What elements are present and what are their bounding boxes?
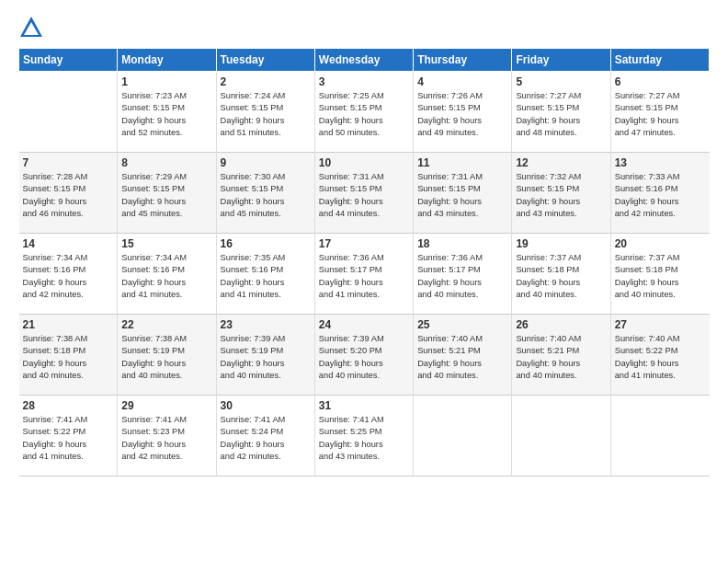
week-row-2: 7Sunrise: 7:28 AMSunset: 5:15 PMDaylight… (19, 153, 710, 234)
calendar-table: SundayMondayTuesdayWednesdayThursdayFrid… (18, 48, 710, 477)
day-cell: 17Sunrise: 7:36 AMSunset: 5:17 PMDayligh… (314, 234, 413, 315)
page-container: SundayMondayTuesdayWednesdayThursdayFrid… (0, 0, 728, 486)
day-number: 1 (121, 75, 211, 88)
day-info: Sunrise: 7:37 AMSunset: 5:18 PMDaylight:… (516, 252, 606, 302)
header-day-wednesday: Wednesday (314, 49, 413, 72)
day-info: Sunrise: 7:39 AMSunset: 5:20 PMDaylight:… (319, 333, 409, 383)
day-number: 21 (23, 318, 114, 331)
day-info: Sunrise: 7:31 AMSunset: 5:15 PMDaylight:… (319, 171, 409, 221)
logo (18, 15, 48, 40)
day-number: 17 (319, 237, 409, 250)
day-info: Sunrise: 7:29 AMSunset: 5:15 PMDaylight:… (121, 171, 211, 221)
day-cell: 9Sunrise: 7:30 AMSunset: 5:15 PMDaylight… (216, 153, 314, 234)
day-info: Sunrise: 7:31 AMSunset: 5:15 PMDaylight:… (417, 171, 507, 221)
day-number: 13 (615, 156, 706, 169)
day-cell: 8Sunrise: 7:29 AMSunset: 5:15 PMDaylight… (118, 153, 216, 234)
day-number: 16 (221, 237, 311, 250)
day-info: Sunrise: 7:39 AMSunset: 5:19 PMDaylight:… (221, 333, 311, 383)
day-cell: 12Sunrise: 7:32 AMSunset: 5:15 PMDayligh… (512, 153, 610, 234)
day-cell: 14Sunrise: 7:34 AMSunset: 5:16 PMDayligh… (19, 234, 118, 315)
day-info: Sunrise: 7:23 AMSunset: 5:15 PMDaylight:… (121, 90, 211, 140)
day-info: Sunrise: 7:33 AMSunset: 5:16 PMDaylight:… (615, 171, 706, 221)
day-number: 28 (23, 399, 114, 412)
day-cell (610, 396, 709, 477)
day-number: 12 (516, 156, 606, 169)
day-cell: 2Sunrise: 7:24 AMSunset: 5:15 PMDaylight… (216, 72, 314, 153)
day-cell: 24Sunrise: 7:39 AMSunset: 5:20 PMDayligh… (314, 315, 413, 396)
day-cell: 16Sunrise: 7:35 AMSunset: 5:16 PMDayligh… (216, 234, 314, 315)
day-info: Sunrise: 7:32 AMSunset: 5:15 PMDaylight:… (516, 171, 606, 221)
week-row-4: 21Sunrise: 7:38 AMSunset: 5:18 PMDayligh… (19, 315, 710, 396)
day-cell: 15Sunrise: 7:34 AMSunset: 5:16 PMDayligh… (118, 234, 216, 315)
day-cell: 3Sunrise: 7:25 AMSunset: 5:15 PMDaylight… (314, 72, 413, 153)
day-number: 25 (417, 318, 507, 331)
header-day-thursday: Thursday (414, 49, 512, 72)
day-cell: 29Sunrise: 7:41 AMSunset: 5:23 PMDayligh… (118, 396, 216, 477)
day-number: 18 (417, 237, 507, 250)
day-number: 2 (221, 75, 311, 88)
day-cell: 1Sunrise: 7:23 AMSunset: 5:15 PMDaylight… (118, 72, 216, 153)
day-cell: 19Sunrise: 7:37 AMSunset: 5:18 PMDayligh… (512, 234, 610, 315)
day-number: 15 (121, 237, 211, 250)
day-number: 5 (516, 75, 606, 88)
day-number: 30 (221, 399, 311, 412)
day-cell: 7Sunrise: 7:28 AMSunset: 5:15 PMDaylight… (19, 153, 118, 234)
day-info: Sunrise: 7:41 AMSunset: 5:22 PMDaylight:… (23, 414, 114, 464)
day-info: Sunrise: 7:30 AMSunset: 5:15 PMDaylight:… (221, 171, 311, 221)
day-cell: 6Sunrise: 7:27 AMSunset: 5:15 PMDaylight… (610, 72, 709, 153)
day-cell: 4Sunrise: 7:26 AMSunset: 5:15 PMDaylight… (414, 72, 512, 153)
day-cell: 26Sunrise: 7:40 AMSunset: 5:21 PMDayligh… (512, 315, 610, 396)
day-number: 4 (417, 75, 507, 88)
day-info: Sunrise: 7:34 AMSunset: 5:16 PMDaylight:… (23, 252, 114, 302)
day-number: 27 (615, 318, 706, 331)
header-day-sunday: Sunday (19, 49, 118, 72)
day-number: 7 (23, 156, 114, 169)
week-row-1: 1Sunrise: 7:23 AMSunset: 5:15 PMDaylight… (19, 72, 710, 153)
logo-icon (18, 15, 44, 40)
day-number: 6 (615, 75, 706, 88)
day-cell: 21Sunrise: 7:38 AMSunset: 5:18 PMDayligh… (19, 315, 118, 396)
day-cell: 13Sunrise: 7:33 AMSunset: 5:16 PMDayligh… (610, 153, 709, 234)
day-cell: 22Sunrise: 7:38 AMSunset: 5:19 PMDayligh… (118, 315, 216, 396)
day-number: 19 (516, 237, 606, 250)
day-info: Sunrise: 7:35 AMSunset: 5:16 PMDaylight:… (221, 252, 311, 302)
day-cell: 28Sunrise: 7:41 AMSunset: 5:22 PMDayligh… (19, 396, 118, 477)
day-info: Sunrise: 7:34 AMSunset: 5:16 PMDaylight:… (121, 252, 211, 302)
header (18, 15, 710, 40)
day-info: Sunrise: 7:41 AMSunset: 5:23 PMDaylight:… (121, 414, 211, 464)
day-info: Sunrise: 7:40 AMSunset: 5:21 PMDaylight:… (417, 333, 507, 383)
day-number: 10 (319, 156, 409, 169)
day-cell: 18Sunrise: 7:36 AMSunset: 5:17 PMDayligh… (414, 234, 512, 315)
header-row: SundayMondayTuesdayWednesdayThursdayFrid… (19, 49, 710, 72)
day-number: 24 (319, 318, 409, 331)
day-number: 22 (121, 318, 211, 331)
day-cell (512, 396, 610, 477)
day-info: Sunrise: 7:27 AMSunset: 5:15 PMDaylight:… (615, 90, 706, 140)
day-info: Sunrise: 7:40 AMSunset: 5:22 PMDaylight:… (615, 333, 706, 383)
day-cell: 20Sunrise: 7:37 AMSunset: 5:18 PMDayligh… (610, 234, 709, 315)
day-info: Sunrise: 7:38 AMSunset: 5:19 PMDaylight:… (121, 333, 211, 383)
day-cell: 5Sunrise: 7:27 AMSunset: 5:15 PMDaylight… (512, 72, 610, 153)
day-number: 9 (221, 156, 311, 169)
day-cell: 11Sunrise: 7:31 AMSunset: 5:15 PMDayligh… (414, 153, 512, 234)
day-cell: 10Sunrise: 7:31 AMSunset: 5:15 PMDayligh… (314, 153, 413, 234)
day-number: 14 (23, 237, 114, 250)
day-number: 23 (221, 318, 311, 331)
day-info: Sunrise: 7:36 AMSunset: 5:17 PMDaylight:… (417, 252, 507, 302)
day-cell: 27Sunrise: 7:40 AMSunset: 5:22 PMDayligh… (610, 315, 709, 396)
day-number: 3 (319, 75, 409, 88)
day-cell (414, 396, 512, 477)
day-number: 20 (615, 237, 706, 250)
day-cell: 30Sunrise: 7:41 AMSunset: 5:24 PMDayligh… (216, 396, 314, 477)
day-info: Sunrise: 7:41 AMSunset: 5:25 PMDaylight:… (319, 414, 409, 464)
day-info: Sunrise: 7:28 AMSunset: 5:15 PMDaylight:… (23, 171, 114, 221)
day-cell: 23Sunrise: 7:39 AMSunset: 5:19 PMDayligh… (216, 315, 314, 396)
day-number: 8 (121, 156, 211, 169)
day-info: Sunrise: 7:36 AMSunset: 5:17 PMDaylight:… (319, 252, 409, 302)
header-day-friday: Friday (512, 49, 610, 72)
week-row-3: 14Sunrise: 7:34 AMSunset: 5:16 PMDayligh… (19, 234, 710, 315)
day-info: Sunrise: 7:37 AMSunset: 5:18 PMDaylight:… (615, 252, 706, 302)
day-info: Sunrise: 7:27 AMSunset: 5:15 PMDaylight:… (516, 90, 606, 140)
day-info: Sunrise: 7:40 AMSunset: 5:21 PMDaylight:… (516, 333, 606, 383)
day-cell: 31Sunrise: 7:41 AMSunset: 5:25 PMDayligh… (314, 396, 413, 477)
